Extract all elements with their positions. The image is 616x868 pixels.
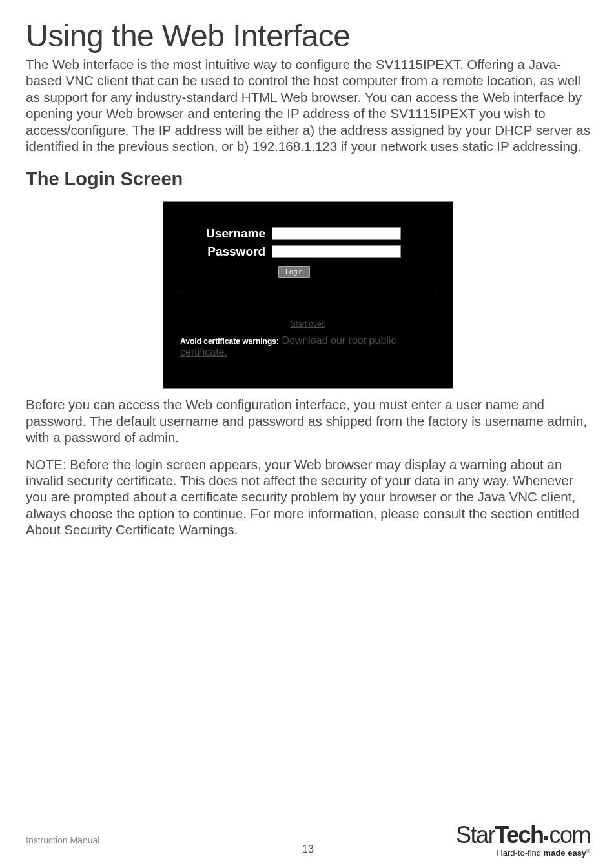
login-button[interactable]: Login	[278, 266, 310, 278]
logo-tagline: Hard-to-find made easy®	[456, 848, 590, 858]
brand-logo: StarTechcom Hard-to-find made easy®	[456, 823, 590, 858]
logo-part-tech: Tech	[495, 822, 543, 848]
paragraph-note: NOTE: Before the login screen appears, y…	[26, 456, 590, 538]
login-button-row: Login	[180, 265, 436, 278]
logo-text: StarTechcom	[456, 823, 590, 847]
page-title: Using the Web Interface	[26, 18, 590, 54]
logo-part-com: com	[549, 822, 590, 848]
username-label: Username	[180, 227, 272, 241]
registered-mark-icon: ®	[586, 848, 590, 854]
logo-dot-icon	[544, 836, 548, 840]
avoid-cert-label: Avoid certificate warnings:	[180, 337, 279, 346]
avoid-cert-row: Avoid certificate warnings: Download our…	[180, 335, 436, 358]
start-over-link[interactable]: Start over.	[180, 319, 436, 328]
tagline-part-a: Hard-to-find	[497, 848, 543, 858]
page-footer: Instruction Manual 13 StarTechcom Hard-t…	[26, 834, 590, 846]
login-form-box: Username Password Login	[180, 221, 436, 292]
intro-paragraph: The Web interface is the most intuitive …	[26, 56, 590, 154]
password-row: Password	[180, 245, 436, 259]
username-row: Username	[180, 227, 436, 241]
section-heading-login: The Login Screen	[26, 168, 590, 190]
password-input[interactable]	[272, 245, 401, 258]
paragraph-credentials: Before you can access the Web configurat…	[26, 396, 590, 445]
tagline-part-b: made easy	[544, 848, 587, 858]
login-screenshot: Username Password Login Start over. Avoi…	[163, 201, 453, 389]
logo-part-star: Star	[456, 822, 495, 848]
username-input[interactable]	[272, 227, 401, 240]
password-label: Password	[180, 245, 272, 259]
